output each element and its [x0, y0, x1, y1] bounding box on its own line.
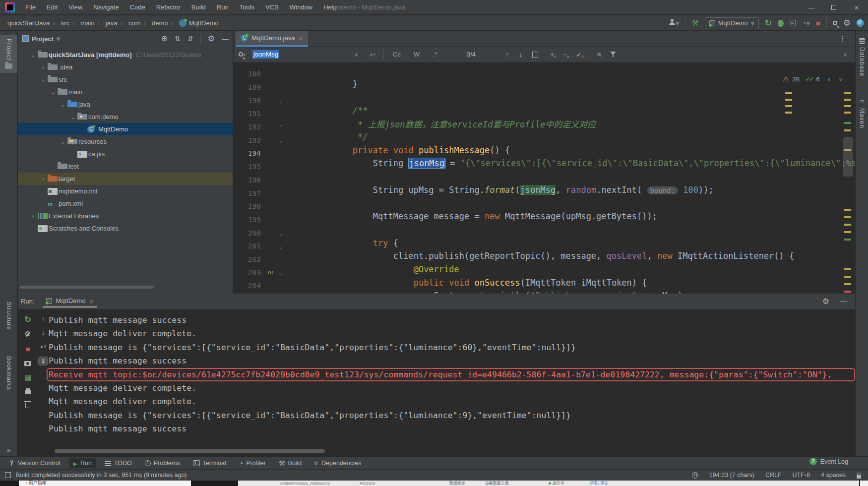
- error-stripe-mark[interactable]: [844, 112, 851, 114]
- tool-window-button[interactable]: Run: [69, 458, 95, 468]
- fold-marker-icon[interactable]: ⌃: [279, 123, 292, 131]
- breadcrumb-item[interactable]: com: [127, 18, 150, 28]
- tree-row[interactable]: ⌄ src: [18, 73, 233, 86]
- select-opened-file-icon[interactable]: [161, 35, 168, 43]
- tree-expander[interactable]: ⌄: [49, 89, 58, 96]
- breadcrumb-item[interactable]: MqttDemo: [178, 18, 220, 28]
- tree-expander[interactable]: ⌄: [59, 138, 67, 145]
- tool-window-button[interactable]: Profiler: [235, 458, 270, 468]
- tool-strip-maven[interactable]: Maven: [856, 94, 868, 132]
- status-segment[interactable]: 194:23 (7 chars): [709, 472, 754, 479]
- breadcrumb-item[interactable]: java: [104, 18, 127, 28]
- previous-match-icon[interactable]: [505, 51, 509, 58]
- run-configuration-select[interactable]: MqttDemo: [705, 17, 759, 29]
- next-match-icon[interactable]: [519, 51, 522, 58]
- console-settings-icon[interactable]: [822, 298, 829, 305]
- breadcrumb-item[interactable]: quickStartJava: [6, 18, 60, 28]
- minimize-button[interactable]: [800, 0, 822, 15]
- error-stripe-mark[interactable]: [844, 224, 851, 226]
- tool-window-button[interactable]: Terminal: [189, 458, 230, 468]
- add-occurrence-icon[interactable]: +II: [550, 51, 556, 59]
- menu-item[interactable]: Build: [187, 2, 210, 12]
- override-gutter-icon[interactable]: o↑: [268, 269, 279, 276]
- next-problem-icon[interactable]: [839, 75, 843, 82]
- tree-row[interactable]: Scratches and Consoles: [18, 222, 233, 235]
- fold-marker-icon[interactable]: ⌄: [279, 97, 292, 104]
- filter-icon[interactable]: [610, 52, 616, 57]
- tree-row[interactable]: › External Libraries: [18, 210, 233, 222]
- menu-item[interactable]: Refactor: [152, 2, 185, 12]
- search-input[interactable]: jsonMsg: [252, 50, 279, 59]
- up-stack-trace-icon[interactable]: [42, 315, 45, 322]
- tree-expander[interactable]: ⌄: [59, 101, 67, 108]
- tree-row[interactable]: m pom.xml: [18, 197, 233, 210]
- event-log-button[interactable]: 2 Event Log: [809, 458, 848, 465]
- inspections-widget[interactable]: 28 6: [783, 73, 843, 84]
- tree-row[interactable]: test: [18, 160, 233, 173]
- soft-wrap-icon[interactable]: [40, 343, 46, 350]
- search-toggle[interactable]: Cc: [391, 50, 403, 59]
- tree-row[interactable]: ⌄ main: [18, 86, 233, 98]
- console-output[interactable]: Publish mqtt message successMqtt message…: [49, 313, 855, 436]
- tree-expander[interactable]: ›: [29, 213, 38, 220]
- tree-row[interactable]: ⌄ java: [18, 98, 233, 111]
- stop-process-icon[interactable]: [25, 345, 30, 353]
- editor-options-kebab-icon[interactable]: [839, 35, 846, 42]
- breadcrumb-item[interactable]: src: [60, 18, 79, 28]
- run-with-coverage-button[interactable]: [790, 20, 796, 26]
- run-button[interactable]: [765, 19, 772, 27]
- console-horizontal-scrollbar[interactable]: [55, 449, 325, 453]
- project-view-dropdown[interactable]: Project: [22, 35, 60, 43]
- tool-window-button[interactable]: Problems: [141, 458, 184, 468]
- menu-item[interactable]: Navigate: [89, 2, 123, 12]
- tree-expander[interactable]: ⌄: [68, 114, 77, 121]
- error-stripe-mark[interactable]: [844, 99, 851, 101]
- debug-button[interactable]: [778, 20, 784, 27]
- status-segment[interactable]: UTF-8: [793, 472, 810, 479]
- error-stripe-mark[interactable]: [844, 239, 851, 241]
- rerun-icon[interactable]: [24, 315, 31, 324]
- clear-console-icon[interactable]: [25, 403, 30, 408]
- tool-window-button[interactable]: Build: [275, 458, 306, 468]
- tool-window-switcher-icon[interactable]: [5, 472, 11, 478]
- remove-occurrence-icon[interactable]: −II: [563, 51, 569, 59]
- globe-icon[interactable]: [692, 472, 698, 479]
- tree-row[interactable]: ⌄ quickStartJava [mqttdemo] C:\Users\251…: [18, 49, 233, 61]
- breadcrumb-item[interactable]: main: [79, 18, 104, 28]
- error-stripe-mark[interactable]: [844, 216, 851, 218]
- menu-item[interactable]: Edit: [42, 2, 62, 12]
- tree-expander[interactable]: ›: [39, 176, 48, 182]
- console-tab-mqttdemo[interactable]: MqttDemo: [43, 295, 97, 307]
- expand-all-icon[interactable]: [175, 35, 181, 42]
- settings-icon[interactable]: [843, 19, 851, 27]
- settings-wrench-icon[interactable]: [25, 331, 31, 338]
- menu-item[interactable]: Code: [125, 2, 150, 12]
- tool-window-button[interactable]: TODO: [101, 458, 136, 468]
- tree-row[interactable]: ⌄ com.demo: [18, 111, 233, 123]
- tool-window-button[interactable]: Version Control: [5, 458, 64, 468]
- thread-dump-camera-icon[interactable]: [24, 361, 31, 366]
- error-stripe-mark[interactable]: [844, 92, 851, 94]
- hide-console-icon[interactable]: [840, 298, 847, 305]
- error-stripe-mark[interactable]: [844, 276, 851, 278]
- profiler-button[interactable]: [802, 19, 810, 28]
- error-stripe-mark[interactable]: [844, 231, 851, 233]
- down-stack-trace-icon[interactable]: [42, 329, 45, 336]
- menu-item[interactable]: Window: [285, 2, 317, 12]
- menu-item[interactable]: Tools: [235, 2, 259, 12]
- tree-row[interactable]: › .idea: [18, 61, 233, 73]
- close-button[interactable]: [845, 0, 868, 15]
- maximize-button[interactable]: [822, 0, 845, 15]
- hide-panel-icon[interactable]: [222, 35, 229, 42]
- stop-button[interactable]: [816, 19, 820, 27]
- status-message[interactable]: Build completed successfully in 3 sec, 9…: [16, 472, 187, 479]
- error-stripe-mark[interactable]: [844, 122, 851, 124]
- scroll-to-end-icon[interactable]: [39, 357, 48, 365]
- error-stripe-mark[interactable]: [844, 283, 851, 285]
- ide-plugin-sphere-icon[interactable]: [857, 19, 864, 27]
- close-console-tab-icon[interactable]: [89, 298, 94, 304]
- search-mode-icon[interactable]: [239, 51, 246, 58]
- editor-error-stripe[interactable]: [843, 62, 854, 294]
- fold-marker-icon[interactable]: ⌄: [279, 229, 292, 237]
- menu-item[interactable]: VCS: [261, 2, 283, 12]
